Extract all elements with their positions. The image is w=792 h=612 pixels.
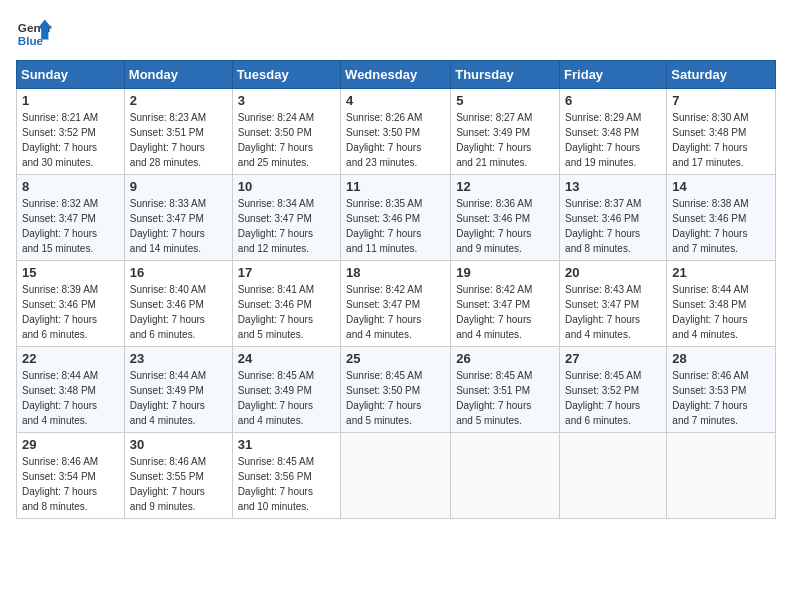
- day-info: Sunrise: 8:32 AMSunset: 3:47 PMDaylight:…: [22, 196, 119, 256]
- day-info: Sunrise: 8:45 AMSunset: 3:49 PMDaylight:…: [238, 368, 335, 428]
- calendar-cell: 27Sunrise: 8:45 AMSunset: 3:52 PMDayligh…: [560, 347, 667, 433]
- day-info: Sunrise: 8:44 AMSunset: 3:48 PMDaylight:…: [672, 282, 770, 342]
- logo-icon: General Blue: [16, 16, 52, 52]
- day-info: Sunrise: 8:23 AMSunset: 3:51 PMDaylight:…: [130, 110, 227, 170]
- day-number: 3: [238, 93, 335, 108]
- calendar-cell: 16Sunrise: 8:40 AMSunset: 3:46 PMDayligh…: [124, 261, 232, 347]
- day-info: Sunrise: 8:37 AMSunset: 3:46 PMDaylight:…: [565, 196, 661, 256]
- day-number: 10: [238, 179, 335, 194]
- calendar-cell: 8Sunrise: 8:32 AMSunset: 3:47 PMDaylight…: [17, 175, 125, 261]
- day-info: Sunrise: 8:39 AMSunset: 3:46 PMDaylight:…: [22, 282, 119, 342]
- day-info: Sunrise: 8:42 AMSunset: 3:47 PMDaylight:…: [346, 282, 445, 342]
- day-number: 27: [565, 351, 661, 366]
- day-info: Sunrise: 8:38 AMSunset: 3:46 PMDaylight:…: [672, 196, 770, 256]
- day-info: Sunrise: 8:24 AMSunset: 3:50 PMDaylight:…: [238, 110, 335, 170]
- calendar-week-5: 29Sunrise: 8:46 AMSunset: 3:54 PMDayligh…: [17, 433, 776, 519]
- calendar-cell: 19Sunrise: 8:42 AMSunset: 3:47 PMDayligh…: [451, 261, 560, 347]
- day-info: Sunrise: 8:43 AMSunset: 3:47 PMDaylight:…: [565, 282, 661, 342]
- day-info: Sunrise: 8:21 AMSunset: 3:52 PMDaylight:…: [22, 110, 119, 170]
- day-info: Sunrise: 8:44 AMSunset: 3:48 PMDaylight:…: [22, 368, 119, 428]
- calendar-cell: 18Sunrise: 8:42 AMSunset: 3:47 PMDayligh…: [341, 261, 451, 347]
- weekday-header-sunday: Sunday: [17, 61, 125, 89]
- calendar-cell: 20Sunrise: 8:43 AMSunset: 3:47 PMDayligh…: [560, 261, 667, 347]
- calendar-cell: 7Sunrise: 8:30 AMSunset: 3:48 PMDaylight…: [667, 89, 776, 175]
- day-info: Sunrise: 8:33 AMSunset: 3:47 PMDaylight:…: [130, 196, 227, 256]
- calendar-cell: 9Sunrise: 8:33 AMSunset: 3:47 PMDaylight…: [124, 175, 232, 261]
- day-info: Sunrise: 8:34 AMSunset: 3:47 PMDaylight:…: [238, 196, 335, 256]
- day-number: 7: [672, 93, 770, 108]
- calendar-cell: 24Sunrise: 8:45 AMSunset: 3:49 PMDayligh…: [232, 347, 340, 433]
- day-number: 6: [565, 93, 661, 108]
- weekday-header-monday: Monday: [124, 61, 232, 89]
- day-number: 20: [565, 265, 661, 280]
- calendar-cell: 4Sunrise: 8:26 AMSunset: 3:50 PMDaylight…: [341, 89, 451, 175]
- day-info: Sunrise: 8:45 AMSunset: 3:51 PMDaylight:…: [456, 368, 554, 428]
- day-number: 24: [238, 351, 335, 366]
- calendar-cell: 22Sunrise: 8:44 AMSunset: 3:48 PMDayligh…: [17, 347, 125, 433]
- calendar-cell: 10Sunrise: 8:34 AMSunset: 3:47 PMDayligh…: [232, 175, 340, 261]
- day-info: Sunrise: 8:45 AMSunset: 3:50 PMDaylight:…: [346, 368, 445, 428]
- day-number: 15: [22, 265, 119, 280]
- day-number: 14: [672, 179, 770, 194]
- day-number: 4: [346, 93, 445, 108]
- day-number: 13: [565, 179, 661, 194]
- calendar-cell: 5Sunrise: 8:27 AMSunset: 3:49 PMDaylight…: [451, 89, 560, 175]
- calendar-cell: 26Sunrise: 8:45 AMSunset: 3:51 PMDayligh…: [451, 347, 560, 433]
- weekday-header-friday: Friday: [560, 61, 667, 89]
- day-info: Sunrise: 8:26 AMSunset: 3:50 PMDaylight:…: [346, 110, 445, 170]
- logo: General Blue: [16, 16, 52, 52]
- calendar-cell: 13Sunrise: 8:37 AMSunset: 3:46 PMDayligh…: [560, 175, 667, 261]
- weekday-header-saturday: Saturday: [667, 61, 776, 89]
- day-info: Sunrise: 8:36 AMSunset: 3:46 PMDaylight:…: [456, 196, 554, 256]
- day-info: Sunrise: 8:42 AMSunset: 3:47 PMDaylight:…: [456, 282, 554, 342]
- calendar-cell: [451, 433, 560, 519]
- calendar-week-4: 22Sunrise: 8:44 AMSunset: 3:48 PMDayligh…: [17, 347, 776, 433]
- calendar-cell: 6Sunrise: 8:29 AMSunset: 3:48 PMDaylight…: [560, 89, 667, 175]
- calendar-cell: 15Sunrise: 8:39 AMSunset: 3:46 PMDayligh…: [17, 261, 125, 347]
- svg-text:Blue: Blue: [18, 34, 44, 47]
- day-number: 12: [456, 179, 554, 194]
- day-number: 11: [346, 179, 445, 194]
- day-number: 22: [22, 351, 119, 366]
- day-number: 31: [238, 437, 335, 452]
- weekday-header-tuesday: Tuesday: [232, 61, 340, 89]
- day-number: 1: [22, 93, 119, 108]
- day-info: Sunrise: 8:46 AMSunset: 3:55 PMDaylight:…: [130, 454, 227, 514]
- calendar-cell: 23Sunrise: 8:44 AMSunset: 3:49 PMDayligh…: [124, 347, 232, 433]
- calendar-cell: [667, 433, 776, 519]
- calendar-cell: 11Sunrise: 8:35 AMSunset: 3:46 PMDayligh…: [341, 175, 451, 261]
- weekday-header-thursday: Thursday: [451, 61, 560, 89]
- day-info: Sunrise: 8:41 AMSunset: 3:46 PMDaylight:…: [238, 282, 335, 342]
- calendar-cell: 14Sunrise: 8:38 AMSunset: 3:46 PMDayligh…: [667, 175, 776, 261]
- calendar-cell: 17Sunrise: 8:41 AMSunset: 3:46 PMDayligh…: [232, 261, 340, 347]
- calendar-cell: [560, 433, 667, 519]
- day-number: 29: [22, 437, 119, 452]
- calendar-cell: 3Sunrise: 8:24 AMSunset: 3:50 PMDaylight…: [232, 89, 340, 175]
- calendar-cell: 29Sunrise: 8:46 AMSunset: 3:54 PMDayligh…: [17, 433, 125, 519]
- day-number: 23: [130, 351, 227, 366]
- calendar-table: SundayMondayTuesdayWednesdayThursdayFrid…: [16, 60, 776, 519]
- day-info: Sunrise: 8:45 AMSunset: 3:52 PMDaylight:…: [565, 368, 661, 428]
- day-info: Sunrise: 8:35 AMSunset: 3:46 PMDaylight:…: [346, 196, 445, 256]
- day-number: 25: [346, 351, 445, 366]
- calendar-week-1: 1Sunrise: 8:21 AMSunset: 3:52 PMDaylight…: [17, 89, 776, 175]
- day-info: Sunrise: 8:30 AMSunset: 3:48 PMDaylight:…: [672, 110, 770, 170]
- calendar-cell: [341, 433, 451, 519]
- day-info: Sunrise: 8:46 AMSunset: 3:54 PMDaylight:…: [22, 454, 119, 514]
- weekday-header-wednesday: Wednesday: [341, 61, 451, 89]
- calendar-cell: 25Sunrise: 8:45 AMSunset: 3:50 PMDayligh…: [341, 347, 451, 433]
- day-number: 21: [672, 265, 770, 280]
- calendar-cell: 12Sunrise: 8:36 AMSunset: 3:46 PMDayligh…: [451, 175, 560, 261]
- day-info: Sunrise: 8:44 AMSunset: 3:49 PMDaylight:…: [130, 368, 227, 428]
- calendar-cell: 30Sunrise: 8:46 AMSunset: 3:55 PMDayligh…: [124, 433, 232, 519]
- day-info: Sunrise: 8:46 AMSunset: 3:53 PMDaylight:…: [672, 368, 770, 428]
- day-number: 9: [130, 179, 227, 194]
- day-info: Sunrise: 8:40 AMSunset: 3:46 PMDaylight:…: [130, 282, 227, 342]
- day-number: 17: [238, 265, 335, 280]
- day-info: Sunrise: 8:29 AMSunset: 3:48 PMDaylight:…: [565, 110, 661, 170]
- day-number: 5: [456, 93, 554, 108]
- day-info: Sunrise: 8:45 AMSunset: 3:56 PMDaylight:…: [238, 454, 335, 514]
- day-number: 8: [22, 179, 119, 194]
- calendar-cell: 28Sunrise: 8:46 AMSunset: 3:53 PMDayligh…: [667, 347, 776, 433]
- day-number: 26: [456, 351, 554, 366]
